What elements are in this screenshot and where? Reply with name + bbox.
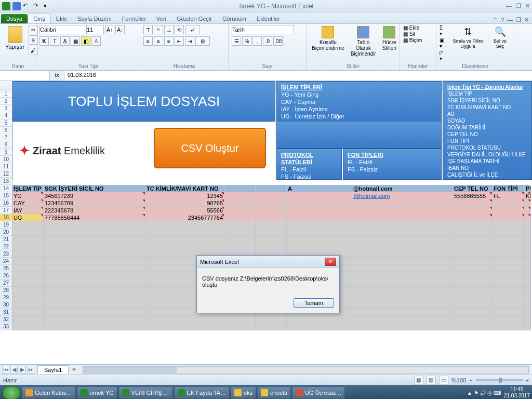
align-middle-icon[interactable]: ≡ <box>154 25 163 34</box>
cell[interactable] <box>224 323 256 330</box>
cell[interactable]: CEP TEL NO <box>453 185 493 192</box>
cell[interactable] <box>145 229 224 236</box>
new-sheet-button[interactable]: ✧ <box>69 366 79 373</box>
row-header[interactable]: 23 <box>0 250 12 258</box>
conditional-formatting-button[interactable]: Koşullu Biçimlendirme <box>310 25 347 52</box>
row-header[interactable]: 2 <box>0 98 12 105</box>
cell[interactable]: 12345 <box>145 192 224 200</box>
cell[interactable] <box>525 229 531 236</box>
row-header[interactable]: 17 <box>0 207 12 214</box>
sheet-nav-prev[interactable]: ◀ <box>10 366 18 374</box>
cell[interactable] <box>493 200 525 207</box>
cell[interactable] <box>525 309 531 316</box>
row-header[interactable]: 7 <box>0 134 12 141</box>
taskbar-item-excel2[interactable]: VERİ GİRİŞ … <box>118 387 173 399</box>
paste-button[interactable]: Yapıştır <box>3 25 26 51</box>
cell[interactable] <box>453 258 493 265</box>
start-button[interactable] <box>2 386 21 399</box>
dialog-close-button[interactable]: ✕ <box>325 258 336 266</box>
cell[interactable] <box>256 323 287 330</box>
underline-button[interactable]: A <box>60 36 70 46</box>
cell[interactable]: İŞLEM TİP <box>12 185 44 192</box>
currency-icon[interactable]: ☰ <box>232 36 241 46</box>
cell[interactable]: SGK İŞYERİ SİCİL NO <box>44 185 145 192</box>
cell[interactable]: 345617239 <box>44 192 145 200</box>
comma-icon[interactable]: , <box>252 36 262 46</box>
cell[interactable] <box>12 265 44 272</box>
row-header[interactable]: 9 <box>0 149 12 156</box>
horizontal-scrollbar[interactable] <box>83 366 529 374</box>
cell[interactable] <box>352 229 453 236</box>
close-button[interactable]: ✕ <box>525 3 530 9</box>
cell[interactable]: TC KİMLİK/MAVİ KART NO <box>145 185 224 192</box>
taskbar-item-folder1[interactable]: oks <box>231 387 256 399</box>
wrap-text-icon[interactable]: ↲ <box>185 25 200 34</box>
cell[interactable] <box>12 309 44 316</box>
row-header[interactable]: 22 <box>0 243 12 250</box>
cell[interactable] <box>453 214 493 221</box>
cell[interactable]: FL <box>493 192 525 200</box>
cell[interactable]: CAY <box>12 200 44 207</box>
cell[interactable]: KBS Dışı <box>525 192 531 200</box>
cell[interactable] <box>287 221 352 229</box>
cell[interactable] <box>453 207 493 214</box>
file-tab[interactable]: Dosya <box>1 14 28 23</box>
row-header[interactable]: 32 <box>0 316 12 323</box>
row-header[interactable]: 15 <box>0 192 12 200</box>
help-icon[interactable]: ? <box>501 17 504 23</box>
cell[interactable] <box>525 207 531 214</box>
cell[interactable] <box>44 243 145 250</box>
doc-minimize-icon[interactable]: — <box>507 17 513 23</box>
redo-icon[interactable]: ↷ <box>33 2 42 10</box>
row-header[interactable]: 28 <box>0 287 12 294</box>
row-header[interactable]: 29 <box>0 294 12 301</box>
cell[interactable] <box>525 280 531 287</box>
cell[interactable] <box>44 280 145 287</box>
ribbon-minimize-icon[interactable]: ⌃ <box>493 17 498 23</box>
row-header[interactable]: 12 <box>0 170 12 178</box>
cell[interactable] <box>12 301 44 309</box>
cell[interactable] <box>12 316 44 323</box>
view-normal-icon[interactable]: ▦ <box>414 376 423 385</box>
cell[interactable] <box>525 301 531 309</box>
insert-cells-button[interactable]: ▦ Ekle <box>403 25 419 31</box>
cell[interactable] <box>145 236 224 243</box>
cell[interactable] <box>352 323 453 330</box>
row-header[interactable]: 6 <box>0 127 12 134</box>
row-header[interactable]: 18 <box>0 214 12 221</box>
decrease-decimal-icon[interactable]: .00 <box>273 36 283 46</box>
cell[interactable] <box>224 200 256 207</box>
cell[interactable] <box>453 272 493 280</box>
cell[interactable] <box>525 243 531 250</box>
row-header[interactable]: 13 <box>0 178 12 185</box>
tab-page-layout[interactable]: Sayfa Düzeni <box>72 14 116 23</box>
save-icon[interactable] <box>12 2 21 10</box>
merge-icon[interactable]: ⊞ <box>195 36 210 46</box>
cell[interactable] <box>352 221 453 229</box>
cell[interactable] <box>287 207 352 214</box>
cell[interactable] <box>352 265 453 272</box>
cell[interactable] <box>525 236 531 243</box>
cell[interactable] <box>453 243 493 250</box>
cell[interactable] <box>12 294 44 301</box>
cell[interactable] <box>287 214 352 221</box>
cell[interactable] <box>493 309 525 316</box>
cell[interactable] <box>44 301 145 309</box>
maximize-button[interactable]: ❐ <box>516 3 521 9</box>
sort-filter-button[interactable]: ⇅Sırala ve Filtre Uygula <box>448 25 487 50</box>
row-header[interactable]: 1 <box>0 90 12 98</box>
zoom-in-button[interactable]: + <box>526 377 529 383</box>
cell[interactable] <box>352 301 453 309</box>
minimize-button[interactable]: — <box>506 3 512 9</box>
cell[interactable] <box>493 214 525 221</box>
cell[interactable] <box>493 207 525 214</box>
cell[interactable] <box>493 221 525 229</box>
row-header[interactable]: 25 <box>0 265 12 272</box>
row-header[interactable]: 27 <box>0 280 12 287</box>
row-header[interactable]: 21 <box>0 236 12 243</box>
row-header[interactable]: 5 <box>0 119 12 127</box>
cell[interactable] <box>352 236 453 243</box>
cell[interactable] <box>224 243 256 250</box>
sheet-tab[interactable]: Sayfa1 <box>37 365 69 374</box>
cell[interactable] <box>12 323 44 330</box>
